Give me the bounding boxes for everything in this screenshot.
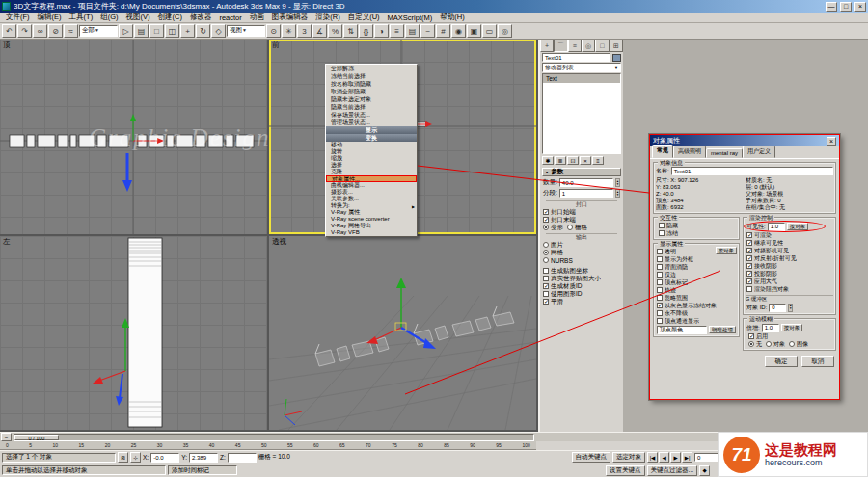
percent-snap-icon[interactable]: %: [328, 24, 342, 38]
spinner-arrows-icon[interactable]: [615, 178, 620, 187]
motion-tab-icon[interactable]: ◎: [582, 40, 595, 52]
visibility-spinner[interactable]: 1.0: [768, 223, 785, 231]
object-name-field[interactable]: Text01: [671, 167, 833, 175]
quad-menu-item[interactable]: 取消全部隐藏: [326, 88, 417, 95]
menu-item[interactable]: 组(G): [96, 13, 122, 22]
menu-item[interactable]: 帮助(H): [436, 13, 468, 22]
unlink-icon[interactable]: ⊘: [48, 24, 63, 38]
layer-manager-icon[interactable]: ▤: [405, 24, 420, 38]
quad-menu-item[interactable]: 克隆: [326, 169, 417, 175]
y-coord-input[interactable]: 2.389: [189, 453, 218, 463]
object-name-input[interactable]: Text01: [542, 53, 610, 62]
viewport-left-label[interactable]: 左: [3, 237, 11, 247]
select-object-icon[interactable]: ▷: [119, 24, 133, 38]
quad-menu-item[interactable]: 对象属性...: [326, 175, 417, 182]
output-radio[interactable]: NURBS: [540, 256, 623, 264]
redo-icon[interactable]: ↷: [17, 24, 32, 38]
key-filters-button[interactable]: 关键点过滤器...: [647, 465, 697, 476]
quad-menu-header-display[interactable]: 显示: [326, 126, 417, 134]
quad-menu-item[interactable]: 隐藏当前选择: [326, 103, 417, 111]
quad-menu-item[interactable]: V-Ray VFB: [326, 229, 417, 236]
select-rotate-icon[interactable]: ↻: [196, 24, 210, 38]
quad-menu-item[interactable]: V-Ray scene converter: [326, 216, 417, 223]
quad-menu-item[interactable]: 冻结当前选择: [326, 72, 417, 80]
z-coord-input[interactable]: [228, 453, 257, 463]
current-frame-input[interactable]: 0: [694, 453, 719, 462]
quad-menu-item[interactable]: 管理场景状态...: [326, 119, 417, 126]
quad-menu-item[interactable]: 缩放: [326, 155, 417, 162]
viewport-perspective[interactable]: 透视: [269, 236, 536, 430]
selection-lock-button[interactable]: ⊠: [118, 452, 128, 463]
selection-region-icon[interactable]: □: [149, 24, 164, 38]
ok-button[interactable]: 确定: [765, 356, 798, 367]
time-tag-field[interactable]: 添加时间标记: [168, 465, 237, 475]
make-unique-icon[interactable]: ⊡: [567, 156, 579, 165]
dialog-tab[interactable]: 高级照明: [673, 146, 706, 158]
cancel-button[interactable]: 取消: [801, 356, 834, 367]
viewport-front-label[interactable]: 前: [272, 40, 280, 50]
quad-menu-item[interactable]: 保存场景状态...: [326, 111, 417, 119]
dialog-tab[interactable]: 常规: [652, 145, 673, 158]
schematic-view-icon[interactable]: #: [436, 24, 450, 38]
amount-spinner[interactable]: 40.0: [559, 178, 613, 187]
menu-item[interactable]: reactor: [215, 13, 245, 22]
select-link-icon[interactable]: ∞: [33, 24, 47, 38]
quad-menu-item[interactable]: 曲线编辑器...: [326, 182, 417, 189]
spinner-arrows-icon[interactable]: [615, 189, 620, 198]
selected-object-dropdown[interactable]: 选定对象: [612, 452, 645, 463]
spinner-snap-icon[interactable]: ⇅: [343, 24, 358, 38]
menu-item[interactable]: 图表编辑器: [268, 13, 312, 22]
mini-curve-editor-button[interactable]: ≈: [1, 433, 12, 441]
snap-toggle-icon[interactable]: 3: [297, 24, 312, 38]
maximize-button[interactable]: □: [840, 2, 852, 12]
play-icon[interactable]: ▶: [670, 452, 681, 463]
vertex-channel-dropdown[interactable]: 顶点颜色: [657, 326, 707, 334]
auto-key-button[interactable]: 自动关键点: [572, 452, 611, 463]
pin-stack-icon[interactable]: ✱: [542, 156, 554, 165]
display-checkbox[interactable]: 顶点通道显示: [656, 317, 737, 325]
menu-item[interactable]: 编辑(E): [34, 13, 66, 22]
timeline-ruler[interactable]: 0510152025303540455055606570758085909510…: [0, 441, 536, 450]
select-scale-icon[interactable]: ◇: [211, 24, 226, 38]
menu-item[interactable]: 动画: [246, 13, 268, 22]
remove-modifier-icon[interactable]: ×: [580, 156, 591, 165]
quad-menu-item[interactable]: 关联参数...: [326, 196, 417, 202]
show-end-result-icon[interactable]: ≣: [555, 156, 566, 165]
motion-blur-radio[interactable]: 无: [748, 340, 762, 349]
viewport-top-label[interactable]: 顶: [3, 40, 11, 50]
motion-blur-by-object-button[interactable]: 按对象: [781, 324, 803, 331]
material-editor-icon[interactable]: ◉: [451, 24, 466, 38]
segments-spinner[interactable]: 1: [559, 189, 613, 198]
menu-item[interactable]: MAXScript(M): [384, 13, 437, 22]
quad-menu-item[interactable]: 摄影表...: [326, 189, 417, 196]
cap-type-radio[interactable]: 栅格: [567, 224, 587, 232]
curve-editor-icon[interactable]: ~: [420, 24, 435, 38]
mirror-icon[interactable]: ◑: [374, 24, 389, 38]
quad-menu-header-transform[interactable]: 变换: [326, 134, 417, 142]
named-selection-icon[interactable]: {}: [359, 24, 373, 38]
parameters-rollout-header[interactable]: - 参数: [542, 168, 621, 176]
configure-modifier-icon[interactable]: ≡: [592, 156, 604, 165]
quad-menu-item[interactable]: 转换为:: [326, 202, 417, 209]
quad-menu-item[interactable]: V-Ray 网格导出: [326, 223, 417, 229]
modifier-list-dropdown[interactable]: 修改器列表 ▼: [542, 63, 621, 72]
menu-item[interactable]: 工具(T): [66, 13, 97, 22]
display-by-object-button[interactable]: 按对象: [716, 247, 738, 254]
hierarchy-tab-icon[interactable]: ≡: [568, 40, 582, 52]
object-color-swatch[interactable]: [612, 54, 621, 62]
close-button[interactable]: ×: [854, 2, 866, 12]
cap-type-radio[interactable]: 变形: [543, 224, 563, 232]
time-slider-track[interactable]: 0 / 100: [14, 434, 534, 441]
set-key-button[interactable]: 设置关键点: [606, 465, 645, 476]
quad-menu-item[interactable]: 旋转: [326, 148, 417, 155]
window-crossing-icon[interactable]: ◫: [165, 24, 179, 38]
dialog-tab[interactable]: 用户定义: [743, 146, 775, 158]
quad-menu-item[interactable]: 按名称取消隐藏: [326, 80, 417, 88]
dialog-close-button[interactable]: ×: [827, 137, 836, 146]
align-icon[interactable]: ≡: [390, 24, 404, 38]
modifier-stack-item[interactable]: Text: [543, 74, 620, 83]
render-checkbox[interactable]: 渲染阻挡对象: [746, 285, 833, 293]
quad-menu-item[interactable]: 全部解冻: [326, 65, 417, 72]
prev-frame-icon[interactable]: ◀: [659, 452, 669, 463]
selection-filter-dropdown[interactable]: 全部▼: [79, 25, 118, 37]
